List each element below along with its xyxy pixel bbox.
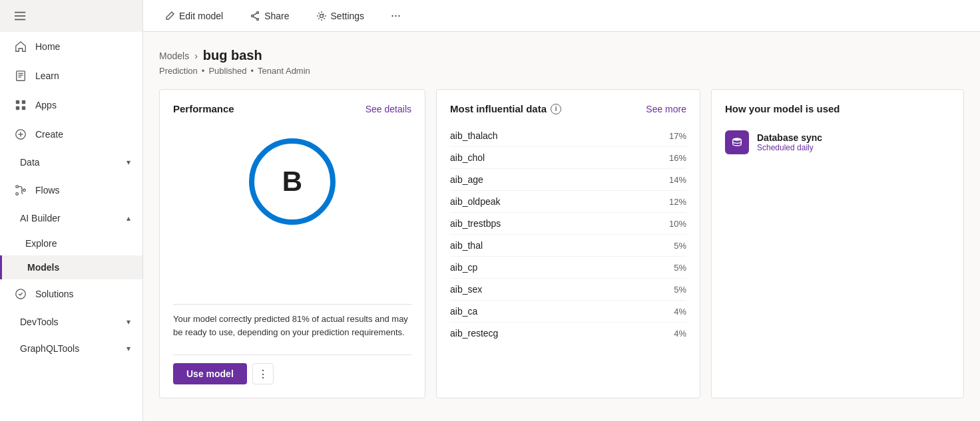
sidebar-item-label: Data [20,157,40,168]
data-row: aib_age14% [450,169,686,191]
share-icon [250,11,260,21]
performance-more-button[interactable]: ⋮ [252,363,274,384]
db-sync-sub: Scheduled daily [757,143,822,152]
svg-point-30 [252,15,254,17]
sidebar-item-label: Create [35,129,63,140]
settings-icon [316,11,327,21]
data-row: aib_oldpeak12% [450,191,686,213]
svg-rect-8 [22,100,25,104]
edit-icon [164,11,175,21]
performance-card-header: Performance See details [173,103,411,114]
main-content: Edit model Share Settings ··· Models › b… [143,0,980,421]
sidebar: Home Learn Apps Create Data ▾ Flows [0,0,143,421]
svg-rect-10 [22,106,25,110]
data-row-name: aib_trestbps [450,218,501,229]
sidebar-item-label: AI Builder [20,213,61,223]
svg-rect-1 [15,15,25,17]
solutions-icon [14,287,27,301]
use-model-button[interactable]: Use model [173,363,247,384]
sidebar-item-models[interactable]: Models [0,255,142,279]
sidebar-item-apps[interactable]: Apps [0,90,142,120]
data-row-pct: 16% [669,153,686,163]
cards-row: Performance See details B Your model cor… [159,89,964,398]
svg-point-31 [257,18,259,20]
edit-model-button[interactable]: Edit model [159,8,228,24]
data-row: aib_cp5% [450,257,686,279]
breadcrumb-chevron: › [194,51,198,61]
chevron-down-icon: ▾ [126,158,130,167]
svg-point-35 [733,138,742,141]
db-sync-item[interactable]: Database sync Scheduled daily [725,125,950,160]
breadcrumb-parent[interactable]: Models [159,51,189,61]
sidebar-item-ai-builder[interactable]: AI Builder ▴ [0,205,142,231]
toolbar: Edit model Share Settings ··· [143,0,980,32]
data-row-pct: 10% [669,219,686,229]
chevron-down-icon: ▾ [126,344,130,353]
data-row-pct: 4% [674,307,686,317]
info-icon[interactable]: i [551,104,561,114]
data-row-name: aib_cp [450,262,477,273]
sidebar-item-learn[interactable]: Learn [0,61,142,90]
grade-letter: B [282,166,302,198]
svg-point-29 [257,11,259,13]
flows-icon [14,184,27,197]
influential-card-header: Most influential data i See more [450,103,686,114]
see-more-link[interactable]: See more [646,104,686,114]
svg-rect-9 [16,106,19,110]
how-used-card: How your model is used Database sync Sch… [711,89,964,398]
data-row-name: aib_ca [450,306,477,317]
sidebar-item-data[interactable]: Data ▾ [0,149,142,176]
breadcrumb-current: bug bash [203,48,262,63]
chevron-up-icon: ▴ [126,213,130,223]
db-sync-title: Database sync [757,132,822,143]
database-icon [731,136,743,148]
svg-point-17 [16,186,19,188]
sidebar-item-label: GraphQLTools [20,343,79,354]
sidebar-item-devtools[interactable]: DevTools ▾ [0,309,142,335]
svg-line-32 [254,13,257,15]
data-row-pct: 5% [674,241,686,251]
more-options-button[interactable]: ··· [385,6,406,25]
data-row: aib_sex5% [450,279,686,301]
data-row: aib_thalach17% [450,125,686,147]
data-row-name: aib_thal [450,240,483,251]
db-sync-info: Database sync Scheduled daily [757,132,822,152]
svg-rect-3 [17,71,25,80]
settings-button[interactable]: Settings [311,8,370,24]
sidebar-item-graphqltools[interactable]: GraphQLTools ▾ [0,335,142,362]
data-row: aib_restecg4% [450,323,686,344]
data-row-name: aib_chol [450,152,485,163]
svg-rect-2 [15,19,25,21]
data-row-name: aib_oldpeak [450,196,501,207]
see-details-link[interactable]: See details [366,104,411,114]
sidebar-item-solutions[interactable]: Solutions [0,279,142,309]
performance-description: Your model correctly predicted 81% of ac… [173,304,411,347]
sidebar-item-label: Apps [35,100,57,110]
data-row: aib_chol16% [450,147,686,169]
data-row: aib_ca4% [450,301,686,323]
data-row-pct: 14% [669,175,686,185]
sidebar-item-label: Flows [35,185,60,196]
sidebar-item-explore[interactable]: Explore [0,231,142,255]
data-row-pct: 17% [669,131,686,141]
data-row-pct: 5% [674,285,686,295]
apps-icon [14,98,27,112]
sidebar-item-home[interactable]: Home [0,32,142,61]
sidebar-hamburger[interactable] [0,0,142,32]
sidebar-item-create[interactable]: Create [0,120,142,149]
sidebar-item-label: Home [35,41,60,52]
data-row: aib_trestbps10% [450,213,686,235]
db-icon [725,130,749,154]
performance-title: Performance [173,103,234,114]
data-row-name: aib_age [450,174,483,185]
data-row-name: aib_restecg [450,328,498,339]
learn-icon [14,69,27,82]
data-row: aib_thal5% [450,235,686,257]
data-row-pct: 5% [674,263,686,273]
sidebar-item-flows[interactable]: Flows [0,176,142,205]
svg-point-18 [23,189,26,192]
svg-rect-0 [15,12,25,13]
sidebar-item-label: Learn [35,70,59,81]
share-button[interactable]: Share [244,8,294,24]
how-used-card-header: How your model is used [725,103,950,114]
